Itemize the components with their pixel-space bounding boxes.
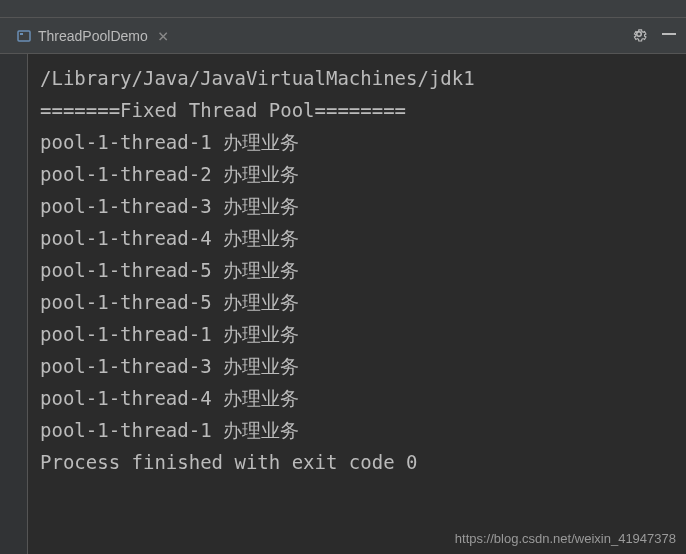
gear-icon[interactable] bbox=[630, 25, 648, 47]
console-line: pool-1-thread-5 办理业务 bbox=[40, 286, 674, 318]
console-line: pool-1-thread-3 办理业务 bbox=[40, 190, 674, 222]
gutter-marker[interactable] bbox=[2, 90, 26, 114]
console-line: pool-1-thread-1 办理业务 bbox=[40, 318, 674, 350]
console-line: pool-1-thread-5 办理业务 bbox=[40, 254, 674, 286]
console-line: pool-1-thread-3 办理业务 bbox=[40, 350, 674, 382]
console-line: Process finished with exit code 0 bbox=[40, 446, 674, 478]
tab-title: ThreadPoolDemo bbox=[38, 28, 148, 44]
console-line: =======Fixed Thread Pool======== bbox=[40, 94, 674, 126]
console-line: pool-1-thread-1 办理业务 bbox=[40, 414, 674, 446]
svg-rect-0 bbox=[18, 31, 30, 41]
gutter-marker[interactable] bbox=[2, 60, 26, 84]
tab-bar: ThreadPoolDemo × bbox=[0, 18, 686, 54]
console-line: pool-1-thread-4 办理业务 bbox=[40, 222, 674, 254]
console-line: /Library/Java/JavaVirtualMachines/jdk1 bbox=[40, 62, 674, 94]
top-toolbar-strip bbox=[0, 0, 686, 18]
console-line: pool-1-thread-2 办理业务 bbox=[40, 158, 674, 190]
run-config-icon bbox=[16, 28, 32, 44]
console-line: pool-1-thread-4 办理业务 bbox=[40, 382, 674, 414]
console-output[interactable]: /Library/Java/JavaVirtualMachines/jdk1 =… bbox=[28, 54, 686, 554]
svg-rect-1 bbox=[20, 33, 23, 35]
console-line: pool-1-thread-1 办理业务 bbox=[40, 126, 674, 158]
watermark: https://blog.csdn.net/weixin_41947378 bbox=[455, 531, 676, 546]
close-icon[interactable]: × bbox=[154, 25, 173, 46]
minimize-icon[interactable] bbox=[660, 25, 678, 47]
toolbar-right bbox=[630, 25, 678, 47]
gutter-marker[interactable] bbox=[2, 120, 26, 144]
svg-rect-2 bbox=[662, 33, 676, 35]
run-tab[interactable]: ThreadPoolDemo × bbox=[8, 21, 181, 50]
left-gutter bbox=[0, 54, 28, 554]
